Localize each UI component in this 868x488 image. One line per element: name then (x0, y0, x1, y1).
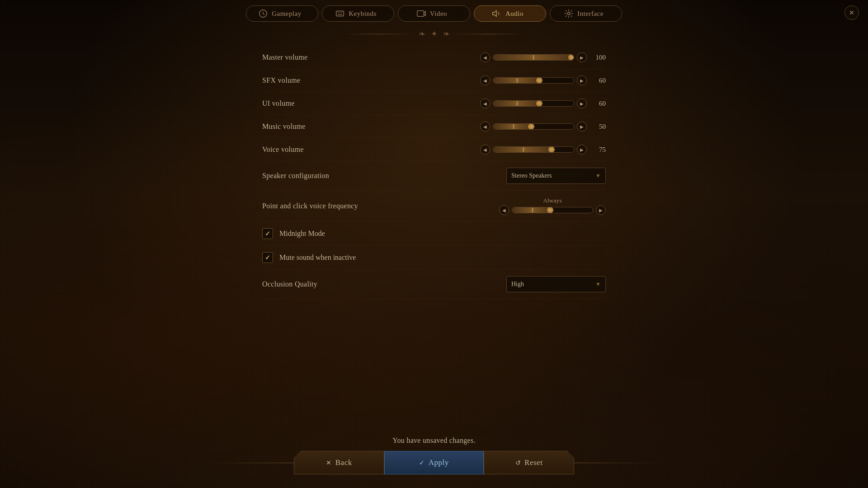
apply-icon: ✓ (419, 459, 425, 467)
nav-tab-gameplay[interactable]: Gameplay (246, 5, 318, 22)
reset-label: Reset (524, 458, 542, 467)
occlusion-quality-value: High (511, 281, 524, 288)
sfx-volume-track[interactable] (493, 77, 574, 84)
speaker-config-value: Stereo Speakers (511, 172, 552, 179)
midnight-mode-label: Midnight Mode (279, 230, 325, 238)
music-volume-slider-container[interactable]: ◀ ▶ 50 (480, 122, 606, 131)
master-volume-slider-container[interactable]: ◀ ▶ 100 (480, 52, 606, 62)
reset-button[interactable]: ↺ Reset (484, 451, 574, 474)
point-click-slider-container[interactable]: ◀ ▶ (499, 205, 606, 215)
voice-volume-center-mark (523, 147, 524, 152)
nav-tab-interface[interactable]: Interface (550, 5, 622, 22)
master-volume-handle[interactable] (568, 54, 574, 61)
master-volume-track[interactable] (493, 54, 574, 61)
ornament-left: ❧ (419, 29, 425, 39)
sfx-volume-increase-button[interactable]: ▶ (577, 75, 587, 85)
sfx-volume-handle[interactable] (536, 77, 542, 84)
master-volume-center-mark (533, 55, 534, 60)
interface-tab-label: Interface (577, 10, 604, 18)
music-volume-handle[interactable] (528, 123, 534, 130)
music-volume-track[interactable] (493, 123, 574, 130)
left-decorative-line (203, 463, 294, 463)
ui-volume-decrease-button[interactable]: ◀ (480, 99, 490, 108)
music-volume-increase-button[interactable]: ▶ (577, 122, 587, 131)
close-button[interactable]: ✕ (844, 5, 859, 20)
bottom-buttons-group: ✕ Back ✓ Apply ↺ Reset (0, 451, 868, 474)
midnight-mode-checkbox[interactable]: ✓ (262, 228, 273, 239)
music-volume-value: 50 (590, 123, 606, 131)
music-volume-center-mark (513, 124, 514, 129)
sfx-volume-decrease-button[interactable]: ◀ (480, 75, 490, 85)
voice-volume-slider-container[interactable]: ◀ ▶ 75 (480, 145, 606, 155)
mute-inactive-checkbox[interactable]: ✓ (262, 252, 273, 263)
svg-rect-1 (336, 11, 344, 16)
voice-volume-label: Voice volume (262, 145, 304, 154)
audio-tab-label: Audio (505, 10, 524, 18)
point-click-increase-button[interactable]: ▶ (596, 205, 606, 215)
ui-volume-track[interactable] (493, 100, 574, 107)
speaker-config-dropdown-container: Stereo Speakers ▼ (506, 168, 606, 184)
master-volume-row: Master volume ◀ ▶ 100 (262, 46, 606, 69)
point-click-track[interactable] (512, 207, 593, 213)
voice-volume-decrease-button[interactable]: ◀ (480, 145, 490, 155)
voice-volume-row: Voice volume ◀ ▶ 75 (262, 138, 606, 161)
mute-inactive-label: Mute sound when inactive (279, 253, 356, 262)
ui-volume-center-mark (517, 101, 518, 106)
unsaved-notice: You have unsaved changes. (0, 436, 868, 445)
top-divider: ❧ ✦ ❧ (344, 29, 524, 39)
midnight-mode-row: ✓ Midnight Mode (262, 222, 606, 246)
back-button[interactable]: ✕ Back (294, 451, 384, 474)
master-volume-decrease-button[interactable]: ◀ (480, 52, 490, 62)
back-icon: ✕ (326, 459, 332, 467)
ornament-center: ✦ (431, 29, 438, 39)
right-decorative-line (574, 463, 665, 463)
master-volume-label: Master volume (262, 53, 307, 61)
voice-volume-value: 75 (590, 146, 606, 154)
sfx-volume-row: SFX volume ◀ ▶ 60 (262, 69, 606, 92)
occlusion-quality-dropdown[interactable]: High ▼ (506, 276, 606, 292)
settings-panel: Master volume ◀ ▶ 100 SFX volume ◀ (253, 46, 615, 299)
point-click-decrease-button[interactable]: ◀ (499, 205, 509, 215)
speaker-config-label: Speaker configuration (262, 172, 329, 180)
master-volume-increase-button[interactable]: ▶ (577, 52, 587, 62)
mute-inactive-row: ✓ Mute sound when inactive (262, 246, 606, 270)
ui-volume-label: UI volume (262, 99, 295, 108)
checkmark-icon: ✓ (265, 254, 270, 262)
point-click-label: Point and click voice frequency (262, 202, 358, 210)
back-label: Back (335, 458, 352, 467)
sfx-volume-value: 60 (590, 77, 606, 84)
video-tab-icon (416, 9, 426, 19)
apply-label: Apply (429, 458, 449, 467)
close-icon: ✕ (849, 9, 854, 17)
interface-tab-icon (564, 9, 574, 19)
occlusion-quality-dropdown-container: High ▼ (506, 276, 606, 292)
nav-tab-audio[interactable]: Audio (474, 5, 546, 22)
ui-volume-increase-button[interactable]: ▶ (577, 99, 587, 108)
apply-button[interactable]: ✓ Apply (384, 451, 484, 474)
nav-tab-video[interactable]: Video (398, 5, 470, 22)
voice-volume-handle[interactable] (548, 146, 555, 153)
top-navigation: Gameplay Keybinds Video (0, 0, 868, 27)
sfx-volume-slider-container[interactable]: ◀ ▶ 60 (480, 75, 606, 85)
ornament-right: ❧ (443, 29, 450, 39)
gameplay-tab-label: Gameplay (272, 10, 302, 18)
occlusion-dropdown-arrow-icon: ▼ (595, 281, 601, 288)
ui-volume-slider-container[interactable]: ◀ ▶ 60 (480, 99, 606, 108)
master-volume-value: 100 (590, 54, 606, 61)
ui-volume-value: 60 (590, 100, 606, 108)
music-volume-label: Music volume (262, 122, 306, 131)
point-click-row: Point and click voice frequency Always ◀… (262, 191, 606, 222)
nav-tab-keybinds[interactable]: Keybinds (322, 5, 394, 22)
gameplay-tab-icon (258, 9, 268, 19)
music-volume-row: Music volume ◀ ▶ 50 (262, 115, 606, 138)
voice-volume-increase-button[interactable]: ▶ (577, 145, 587, 155)
keybinds-tab-icon (335, 9, 345, 19)
music-volume-decrease-button[interactable]: ◀ (480, 122, 490, 131)
ui-volume-handle[interactable] (536, 100, 542, 107)
voice-volume-track[interactable] (493, 146, 574, 153)
point-click-slider-group: Always ◀ ▶ (499, 197, 606, 215)
occlusion-quality-label: Occlusion Quality (262, 280, 317, 288)
dropdown-arrow-icon: ▼ (595, 173, 601, 179)
video-tab-label: Video (430, 10, 447, 18)
speaker-config-dropdown[interactable]: Stereo Speakers ▼ (506, 168, 606, 184)
